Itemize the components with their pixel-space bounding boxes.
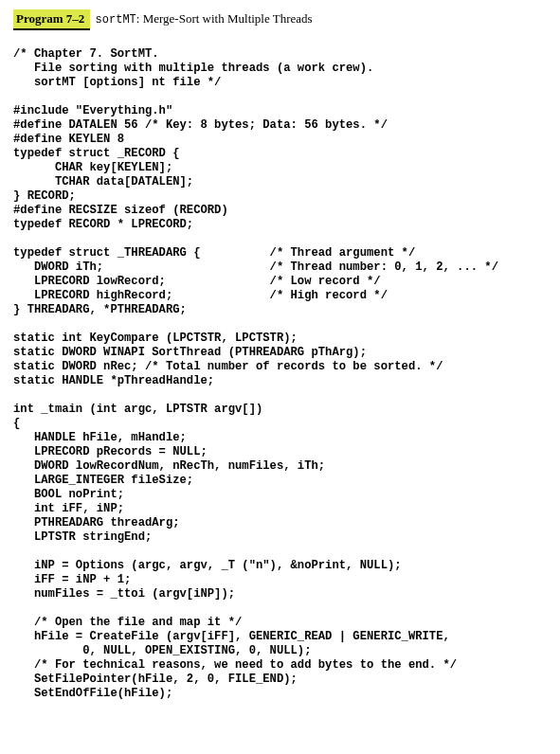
program-desc-sep: : — [136, 11, 140, 26]
program-command: sortMT — [96, 13, 136, 27]
program-header: Program 7–2 sortMT: Merge-Sort with Mult… — [13, 9, 560, 30]
code-listing: /* Chapter 7. SortMT. File sorting with … — [13, 47, 560, 701]
program-description: Merge-Sort with Multiple Threads — [143, 11, 313, 26]
program-number-badge: Program 7–2 — [13, 9, 90, 30]
